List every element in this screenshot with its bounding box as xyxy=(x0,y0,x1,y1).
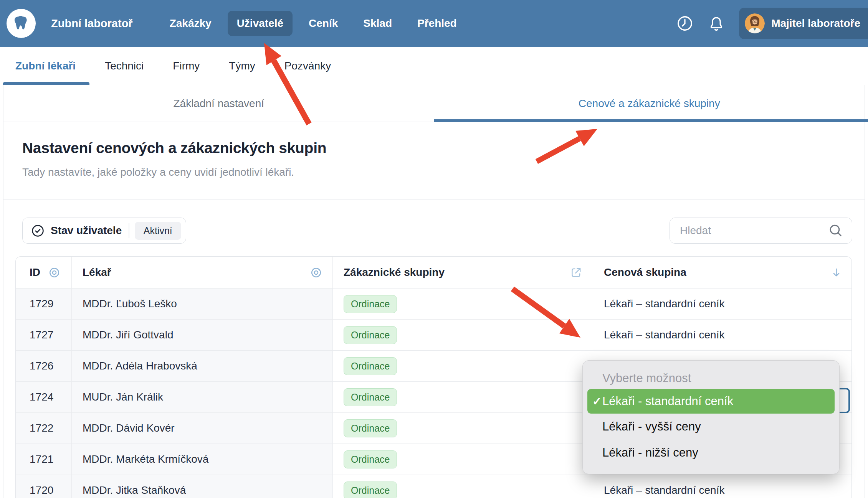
option-label: Lékaři - standardní ceník xyxy=(602,394,733,408)
nav-item-sklad[interactable]: Sklad xyxy=(354,11,401,36)
subtab-cenove-skupiny[interactable]: Cenové a zákaznické skupiny xyxy=(434,85,865,122)
cell-doctor: MDDr. Markéta Krmíčková xyxy=(72,444,333,475)
dropdown-option-standardni[interactable]: ✓ Lékaři - standardní ceník xyxy=(587,389,835,414)
cell-customer-groups: Ordinace xyxy=(333,382,593,412)
users-tabs: Zubní lékaři Technici Firmy Týmy Pozvánk… xyxy=(0,47,868,85)
column-header-customer-groups[interactable]: Zákaznické skupiny xyxy=(333,257,593,288)
customer-group-badge[interactable]: Ordinace xyxy=(344,482,397,498)
tab-pozvanky[interactable]: Pozvánky xyxy=(284,47,331,85)
main-nav: Zakázky Uživatelé Ceník Sklad Přehled xyxy=(160,11,466,36)
option-label: Lékaři - nižší ceny xyxy=(602,446,698,460)
cell-doctor: MUDr. Ján Králik xyxy=(72,382,333,412)
dropdown-placeholder: Vyberte možnost xyxy=(583,368,839,389)
cell-id: 1720 xyxy=(16,475,72,498)
price-group-value: Lékaři – standardní ceník xyxy=(604,329,724,341)
cell-doctor: MDDr. Jitka Staňková xyxy=(72,475,333,498)
column-label: ID xyxy=(30,266,40,279)
customer-group-badge[interactable]: Ordinace xyxy=(344,295,397,313)
app-logo[interactable] xyxy=(7,9,36,38)
eye-icon[interactable] xyxy=(310,266,322,279)
cell-customer-groups: Ordinace xyxy=(333,289,593,319)
table-toolbar: Stav uživatele Aktivní xyxy=(3,200,865,256)
navbar-right: Majitel laboratoře xyxy=(676,8,868,39)
page-subtitle: Tady nastavíte, jaké položky a ceny uvid… xyxy=(22,166,865,178)
nav-item-zakazky[interactable]: Zakázky xyxy=(160,11,221,36)
cell-price-group[interactable]: Lékaři – standardní ceník xyxy=(593,475,852,498)
column-label: Cenová skupina xyxy=(604,266,686,279)
table-row[interactable]: 1727 MDDr. Jiří Gottvald Ordinace Lékaři… xyxy=(16,319,851,350)
placeholder-label: Vyberte možnost xyxy=(602,371,691,385)
cell-price-group[interactable]: Lékaři – standardní ceník xyxy=(593,320,852,350)
notifications-bell-icon[interactable] xyxy=(708,15,725,32)
page-title: Nastavení cenových a zákaznických skupin xyxy=(22,140,865,157)
option-label: Lékaři - vyšší ceny xyxy=(602,420,701,434)
cell-id: 1722 xyxy=(16,413,72,444)
table-row[interactable]: 1720 MDDr. Jitka Staňková Ordinace Lékař… xyxy=(16,475,851,498)
cell-customer-groups: Ordinace xyxy=(333,351,593,381)
price-group-value: Lékaři – standardní ceník xyxy=(604,298,724,310)
dropdown-option-nizsi[interactable]: Lékaři - nižší ceny xyxy=(583,440,839,466)
cell-doctor: MDDr. Dávid Kovér xyxy=(72,413,333,444)
filter-label: Stav uživatele xyxy=(51,224,122,237)
filter-value-badge[interactable]: Aktivní xyxy=(135,222,181,240)
column-header-price-group[interactable]: Cenová skupina xyxy=(593,257,852,288)
table-header-row: ID Lékař Zákaznick xyxy=(16,257,851,288)
search-box xyxy=(670,218,852,244)
subtab-zakladni-nastaveni[interactable]: Základní nastavení xyxy=(3,85,434,122)
tooth-icon xyxy=(12,13,30,33)
settings-subtabs: Základní nastavení Cenové a zákaznické s… xyxy=(3,85,865,122)
cell-doctor: MDDr. Jiří Gottvald xyxy=(72,320,333,350)
column-header-doctor[interactable]: Lékař xyxy=(72,257,333,288)
search-input[interactable] xyxy=(680,224,823,237)
user-status-filter[interactable]: Stav uživatele Aktivní xyxy=(22,218,186,244)
tab-technici[interactable]: Technici xyxy=(105,47,144,85)
dropdown-option-vyssi[interactable]: Lékaři - vyšší ceny xyxy=(583,414,839,440)
table-row[interactable]: 1729 MDDr. Ľuboš Leško Ordinace Lékaři –… xyxy=(16,288,851,319)
customer-group-badge[interactable]: Ordinace xyxy=(344,326,397,344)
user-name: Majitel laboratoře xyxy=(771,17,860,30)
tab-firmy[interactable]: Firmy xyxy=(173,47,200,85)
cell-id: 1721 xyxy=(16,444,72,475)
cell-price-group[interactable]: Lékaři – standardní ceník xyxy=(593,289,852,319)
price-group-value: Lékaři – standardní ceník xyxy=(604,484,724,496)
brand-title: Zubní laboratoř xyxy=(51,17,133,30)
column-label: Zákaznické skupiny xyxy=(344,266,445,279)
customer-group-badge[interactable]: Ordinace xyxy=(344,419,397,437)
cell-doctor: MDDr. Ľuboš Leško xyxy=(72,289,333,319)
cell-customer-groups: Ordinace xyxy=(333,444,593,475)
column-header-id[interactable]: ID xyxy=(16,257,72,288)
customer-group-badge[interactable]: Ordinace xyxy=(344,450,397,468)
filter-divider xyxy=(129,223,129,238)
cell-doctor: MDDr. Adéla Hrabovská xyxy=(72,351,333,381)
column-label: Lékař xyxy=(83,266,111,279)
arrow-down-icon[interactable] xyxy=(830,267,842,279)
user-avatar xyxy=(745,13,765,33)
tab-tymy[interactable]: Týmy xyxy=(229,47,255,85)
customer-group-badge[interactable]: Ordinace xyxy=(344,357,397,375)
history-clock-icon[interactable] xyxy=(676,15,694,32)
nav-item-uzivatele[interactable]: Uživatelé xyxy=(228,11,293,36)
nav-item-cenik[interactable]: Ceník xyxy=(299,11,347,36)
nav-item-prehled[interactable]: Přehled xyxy=(408,11,466,36)
tab-zubni-lekari[interactable]: Zubní lékaři xyxy=(15,47,76,85)
customer-group-badge[interactable]: Ordinace xyxy=(344,388,397,406)
price-group-dropdown: Vyberte možnost ✓ Lékaři - standardní ce… xyxy=(582,360,840,474)
top-navbar: Zubní laboratoř Zakázky Uživatelé Ceník … xyxy=(0,0,868,47)
check-circle-icon xyxy=(31,224,45,238)
cell-id: 1729 xyxy=(16,289,72,319)
cell-id: 1724 xyxy=(16,382,72,412)
section-header: Nastavení cenových a zákaznických skupin… xyxy=(3,122,865,200)
user-menu[interactable]: Majitel laboratoře xyxy=(739,8,868,39)
checkmark-icon: ✓ xyxy=(588,395,602,408)
eye-icon[interactable] xyxy=(48,266,61,279)
search-icon xyxy=(828,223,843,238)
external-link-icon[interactable] xyxy=(570,266,583,279)
cell-customer-groups: Ordinace xyxy=(333,413,593,444)
cell-id: 1727 xyxy=(16,320,72,350)
cell-customer-groups: Ordinace xyxy=(333,475,593,498)
app-page: Zubní laboratoř Zakázky Uživatelé Ceník … xyxy=(0,0,868,498)
cell-customer-groups: Ordinace xyxy=(333,320,593,350)
cell-id: 1726 xyxy=(16,351,72,381)
